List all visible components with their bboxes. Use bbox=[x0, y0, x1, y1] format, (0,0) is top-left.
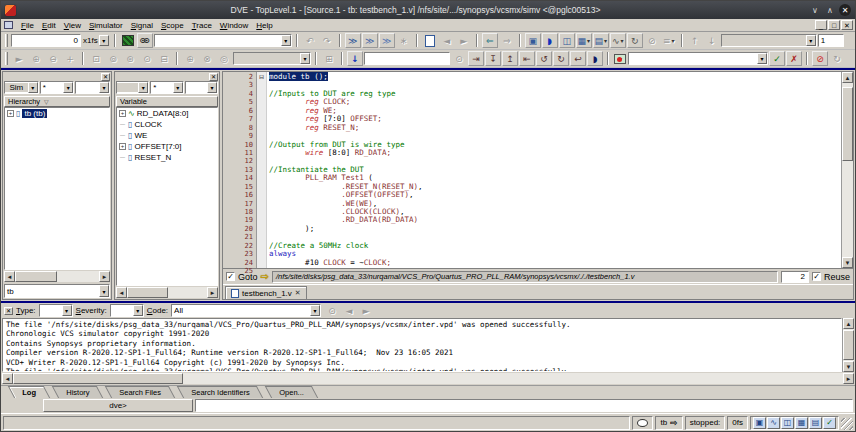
close-tab-icon[interactable]: ✕ bbox=[295, 289, 301, 297]
goto-line-field[interactable]: 2 bbox=[781, 271, 809, 283]
close-console-icon[interactable]: ✕ bbox=[4, 307, 13, 315]
expander-icon[interactable]: + bbox=[7, 110, 14, 117]
dve-prompt-button[interactable]: dve> bbox=[43, 399, 193, 412]
hierarchy-filter-selector[interactable]: ▾ bbox=[75, 81, 110, 94]
find-icon[interactable]: ⊙⊙ bbox=[137, 33, 153, 48]
tab-open[interactable]: Open... bbox=[265, 386, 318, 398]
command-input[interactable] bbox=[195, 399, 853, 412]
tab-testbench[interactable]: testbench_1.v ✕ bbox=[225, 286, 307, 299]
shade-window-button[interactable]: ∨ bbox=[809, 4, 821, 16]
scope-history-combobox[interactable]: tb▾ bbox=[4, 284, 110, 298]
variable-column-header[interactable]: Variable bbox=[116, 96, 218, 107]
next-step-icon[interactable]: ↧ bbox=[485, 51, 501, 66]
continue-run-icon[interactable]: ↓ bbox=[347, 51, 363, 66]
variable-row[interactable]: ─▯CLOCK bbox=[117, 119, 217, 130]
variable-row[interactable]: ─▯RESET_N bbox=[117, 152, 217, 163]
time-unit-dropdown[interactable]: x1fs▾ bbox=[82, 34, 110, 47]
expander-icon[interactable]: + bbox=[119, 143, 126, 150]
stop-sim-icon[interactable]: ◗ bbox=[587, 51, 603, 66]
goto-arrow-button[interactable]: ⇨ bbox=[261, 271, 269, 282]
memory-status-icon[interactable]: ▦ bbox=[795, 417, 808, 429]
code-line[interactable]: wire [8:0] RD_DATA; bbox=[269, 149, 841, 157]
mdi-minimize-button[interactable]: _ bbox=[815, 20, 827, 30]
menu-view[interactable]: View bbox=[60, 21, 85, 30]
list-window-icon[interactable]: ◫ bbox=[559, 33, 575, 48]
menu-edit[interactable]: Edit bbox=[38, 21, 60, 30]
toolbar-handle[interactable] bbox=[5, 34, 8, 47]
severity-filter-combobox[interactable]: ▾ bbox=[110, 304, 144, 317]
tab-log[interactable]: Log bbox=[8, 386, 50, 398]
variable-row[interactable]: +∿RD_DATA[8:0] bbox=[117, 108, 217, 119]
code-line[interactable]: //Inputs to DUT are reg type bbox=[269, 90, 841, 98]
menu-scope[interactable]: Scope bbox=[157, 21, 188, 30]
time-value-field[interactable]: 0 bbox=[11, 34, 81, 47]
hierarchy-column-header[interactable]: Hierarchy ▽ bbox=[4, 96, 110, 107]
hierarchy-row[interactable]: +▯tb (tb) bbox=[5, 108, 109, 119]
code-line[interactable]: ); bbox=[269, 225, 841, 233]
menu-file[interactable]: File bbox=[17, 21, 38, 30]
menu-simulator[interactable]: Simulator bbox=[85, 21, 127, 30]
enable-breakpoints-icon[interactable]: ✓ bbox=[769, 51, 785, 66]
add-to-lists-icon[interactable]: ≫ bbox=[362, 33, 378, 48]
depth-field[interactable]: 1 bbox=[818, 34, 844, 47]
close-window-button[interactable]: ✕ bbox=[839, 4, 851, 16]
hierarchy-pattern-filter[interactable]: *▾ bbox=[40, 81, 75, 94]
tab-search-identifiers[interactable]: Search Identifiers bbox=[177, 386, 264, 398]
close-hierarchy-panel-icon[interactable]: ✕ bbox=[101, 73, 110, 81]
log-hscrollbar[interactable]: ◄► bbox=[2, 373, 854, 384]
source-file-path[interactable]: /nfs/site/disks/psg_data_33/nurqamal/VCS… bbox=[272, 271, 778, 283]
delete-breakpoints-icon[interactable]: ✗ bbox=[786, 51, 802, 66]
menu-window[interactable]: Window bbox=[216, 21, 252, 30]
hierarchy-tree[interactable]: +▯tb (tb) bbox=[4, 107, 110, 270]
variable-hscrollbar[interactable]: ◄► bbox=[116, 287, 218, 298]
rerun-simulation-icon[interactable] bbox=[122, 35, 134, 46]
scope-type-selector[interactable]: Sim▾ bbox=[4, 81, 39, 94]
step-in-icon[interactable]: ↥ bbox=[502, 51, 518, 66]
step-out-icon[interactable]: ⇤ bbox=[519, 51, 535, 66]
type-filter-combobox[interactable]: ▾ bbox=[39, 304, 73, 317]
menu-signal[interactable]: Signal bbox=[127, 21, 157, 30]
close-variable-panel-icon[interactable]: ✕ bbox=[209, 73, 218, 81]
variable-pattern-filter[interactable]: *▾ bbox=[150, 81, 183, 94]
code-line[interactable]: module tb (); bbox=[269, 73, 841, 81]
variable-row[interactable]: +▯OFFSET[7:0] bbox=[117, 141, 217, 152]
toolbar-handle[interactable] bbox=[5, 52, 8, 65]
add-to-waves-icon[interactable]: ≫ bbox=[345, 33, 361, 48]
tab-search-files[interactable]: Search Files bbox=[105, 386, 175, 398]
code-line[interactable]: reg CLOCK; bbox=[269, 98, 841, 106]
code-line[interactable]: #10 CLOCK = ~CLOCK; bbox=[269, 259, 841, 267]
menu-trace[interactable]: Trace bbox=[188, 21, 216, 30]
goto-checkbox[interactable] bbox=[226, 272, 235, 281]
step-icon[interactable]: ⇥ bbox=[468, 51, 484, 66]
edit-status-icon[interactable]: ✓ bbox=[823, 417, 836, 429]
list-status-icon[interactable]: ◫ bbox=[781, 417, 794, 429]
tab-history[interactable]: History bbox=[52, 386, 104, 398]
schematic-window-icon[interactable]: ▤▾ bbox=[593, 33, 609, 48]
log-output[interactable]: The file '/nfs/site/disks/psg_data_33/nu… bbox=[2, 318, 842, 372]
fold-column[interactable]: ⊟ bbox=[257, 72, 267, 268]
mdi-restore-button[interactable]: □ bbox=[828, 20, 840, 30]
menu-help[interactable]: Help bbox=[252, 21, 276, 30]
code-line[interactable]: reg RESET_N; bbox=[269, 124, 841, 132]
variable-row[interactable]: ─▯WE bbox=[117, 130, 217, 141]
restart-run-icon[interactable]: ↻ bbox=[553, 51, 569, 66]
fold-toggle-icon[interactable]: ⊟ bbox=[257, 73, 266, 81]
find-combobox[interactable]: ▾ bbox=[154, 34, 292, 47]
window-menu-icon[interactable] bbox=[4, 21, 13, 29]
log-vscrollbar[interactable]: ▲▼ bbox=[842, 318, 854, 372]
breakpoint-combobox[interactable]: ▾ bbox=[628, 52, 768, 65]
path-schematic-icon[interactable]: ∿▾ bbox=[610, 33, 626, 48]
console-status-icon[interactable]: ▣ bbox=[753, 417, 766, 429]
breakpoint-led-icon[interactable]: ▾ bbox=[614, 54, 626, 64]
finish-icon[interactable]: ↩ bbox=[570, 51, 586, 66]
reload-icon[interactable]: ↻ bbox=[627, 33, 643, 48]
resize-grip[interactable] bbox=[841, 418, 853, 430]
hierarchy-hscrollbar[interactable]: ◄► bbox=[4, 271, 110, 282]
variable-list[interactable]: +∿RD_DATA[8:0]─▯CLOCK─▯WE+▯OFFSET[7:0]─▯… bbox=[116, 107, 218, 286]
stop-icon[interactable]: ⊘ bbox=[812, 51, 828, 66]
source-vscrollbar[interactable]: ▲▼ bbox=[841, 72, 853, 268]
expander-icon[interactable]: + bbox=[119, 110, 126, 117]
console-window-icon[interactable]: ▣ bbox=[525, 33, 541, 48]
code-line[interactable] bbox=[269, 267, 841, 268]
variable-filter-selector[interactable]: ▾ bbox=[185, 81, 218, 94]
